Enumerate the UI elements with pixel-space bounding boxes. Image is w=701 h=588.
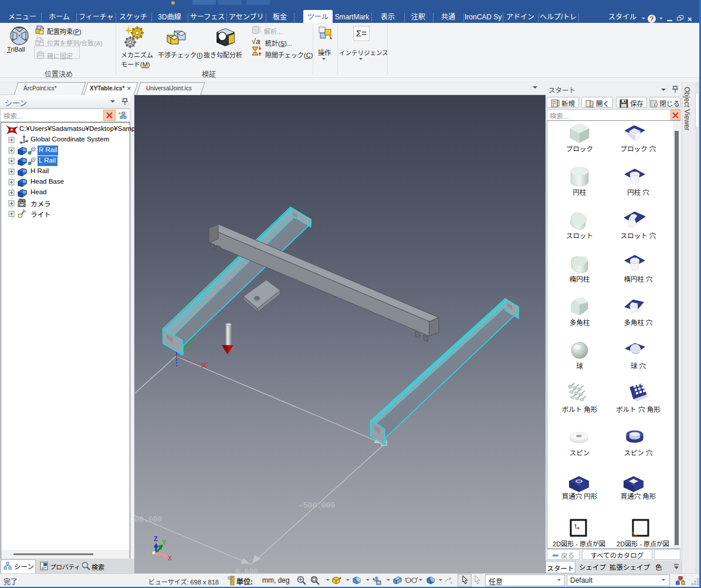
svg-text:Z: Z <box>154 535 158 542</box>
svg-text:-500.000: -500.000 <box>299 501 335 510</box>
svg-text:-500.000: -500.000 <box>134 515 162 524</box>
svg-text:X: X <box>168 555 172 562</box>
svg-text:0.000: 0.000 <box>235 567 258 573</box>
